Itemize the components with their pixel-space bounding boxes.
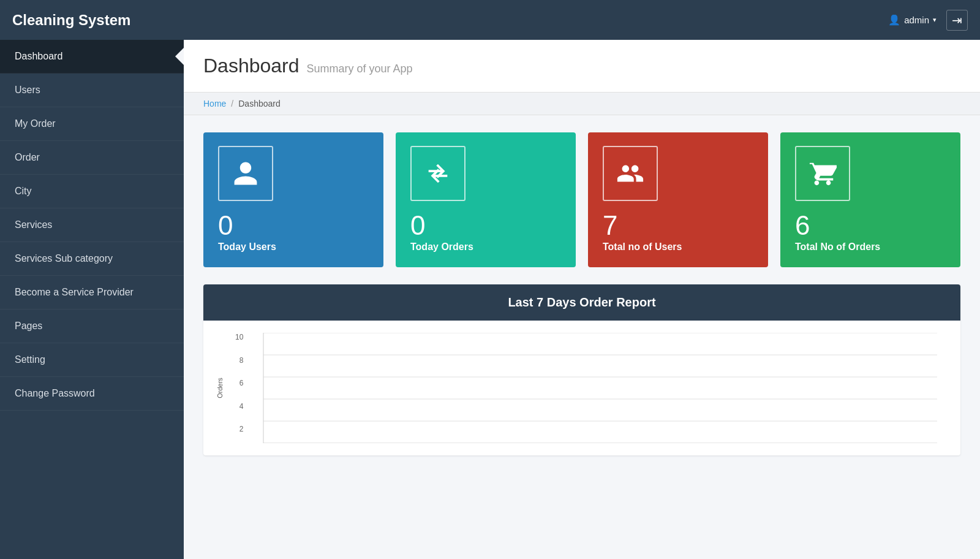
page-header: Dashboard Summary of your App	[184, 40, 980, 93]
sidebar-item-change-password[interactable]: Change Password	[0, 377, 184, 411]
today-orders-icon	[410, 146, 466, 201]
today-users-label: Today Users	[218, 241, 369, 253]
sidebar-item-setting[interactable]: Setting	[0, 343, 184, 377]
total-users-icon	[603, 146, 658, 201]
chart-svg	[252, 333, 948, 443]
breadcrumb-separator: /	[231, 99, 233, 108]
today-orders-label: Today Orders	[410, 241, 561, 253]
today-users-value: 0	[218, 212, 369, 239]
stat-card-total-orders: 6 Total No of Orders	[780, 132, 960, 267]
top-header: Cleaning System 👤 admin ▾ ⇥	[0, 0, 980, 40]
total-users-bottom: 7 Total no of Users	[603, 212, 753, 253]
chart-section: Last 7 Days Order Report Orders 10 8 6 4…	[203, 284, 960, 455]
today-users-icon	[218, 146, 273, 201]
chevron-down-icon: ▾	[933, 16, 937, 24]
admin-label: admin	[904, 15, 929, 25]
today-users-bottom: 0 Today Users	[218, 212, 369, 253]
stats-grid: 0 Today Users 0 Today Orders 7 Total no …	[184, 115, 980, 284]
app-title: Cleaning System	[12, 12, 130, 29]
sidebar-item-users[interactable]: Users	[0, 74, 184, 107]
y-axis-label: Orders	[216, 378, 224, 398]
sidebar-item-services[interactable]: Services	[0, 208, 184, 242]
sidebar-item-become-service-provider[interactable]: Become a Service Provider	[0, 276, 184, 310]
sidebar: DashboardUsersMy OrderOrderCityServicesS…	[0, 40, 184, 559]
sidebar-item-pages[interactable]: Pages	[0, 310, 184, 343]
chart-body: Orders 10 8 6 4 2	[203, 321, 960, 455]
sidebar-item-my-order[interactable]: My Order	[0, 107, 184, 141]
stat-card-today-orders: 0 Today Orders	[396, 132, 576, 267]
breadcrumb-home[interactable]: Home	[203, 99, 226, 108]
total-users-value: 7	[603, 212, 753, 239]
y-label-8: 8	[235, 356, 243, 365]
total-orders-value: 6	[795, 212, 946, 239]
total-orders-icon	[795, 146, 850, 201]
y-label-10: 10	[235, 333, 243, 341]
page-title: Dashboard	[203, 55, 300, 77]
y-label-4: 4	[235, 402, 243, 411]
page-subtitle: Summary of your App	[307, 63, 413, 75]
header-right: 👤 admin ▾ ⇥	[888, 10, 968, 31]
sidebar-item-city[interactable]: City	[0, 175, 184, 208]
chart-area: 10 8 6 4 2	[252, 333, 948, 446]
breadcrumb: Home / Dashboard	[184, 93, 980, 115]
layout: DashboardUsersMy OrderOrderCityServicesS…	[0, 40, 980, 559]
admin-dropdown[interactable]: 👤 admin ▾	[888, 14, 937, 26]
sidebar-item-services-sub-category[interactable]: Services Sub category	[0, 242, 184, 276]
total-users-label: Total no of Users	[603, 241, 753, 253]
sidebar-item-order[interactable]: Order	[0, 141, 184, 175]
sidebar-item-dashboard[interactable]: Dashboard	[0, 40, 184, 74]
today-orders-value: 0	[410, 212, 561, 239]
main-content: Dashboard Summary of your App Home / Das…	[184, 40, 980, 559]
today-orders-bottom: 0 Today Orders	[410, 212, 561, 253]
stat-card-total-users: 7 Total no of Users	[588, 132, 768, 267]
logout-button[interactable]: ⇥	[946, 10, 968, 31]
total-orders-bottom: 6 Total No of Orders	[795, 212, 946, 253]
chart-title: Last 7 Days Order Report	[508, 295, 655, 309]
y-label-6: 6	[235, 379, 243, 387]
y-label-2: 2	[235, 425, 243, 433]
stat-card-today-users: 0 Today Users	[203, 132, 383, 267]
user-icon: 👤	[888, 14, 900, 26]
y-labels: 10 8 6 4 2	[235, 333, 243, 433]
chart-header: Last 7 Days Order Report	[203, 284, 960, 321]
breadcrumb-current: Dashboard	[238, 99, 281, 108]
page-header-title: Dashboard Summary of your App	[203, 55, 960, 77]
total-orders-label: Total No of Orders	[795, 241, 946, 253]
